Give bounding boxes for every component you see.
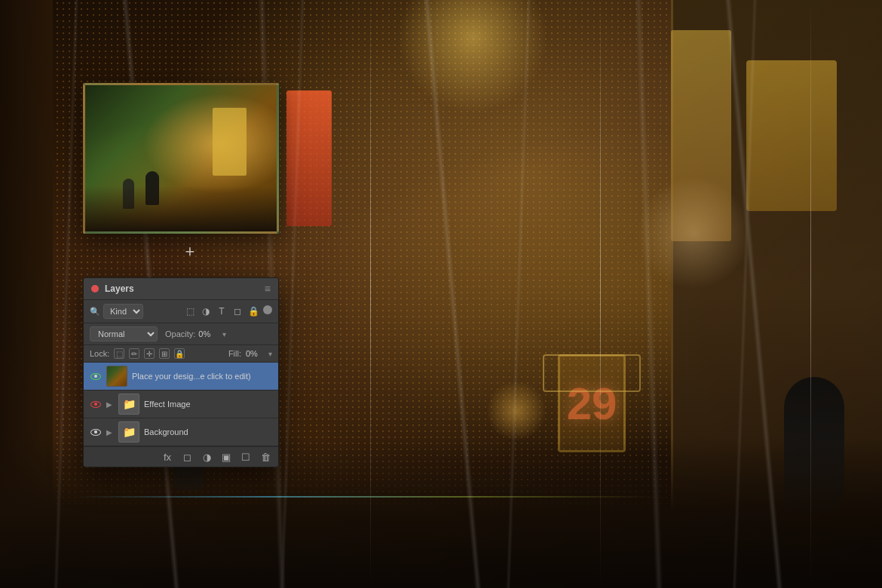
layer-name-2: Effect Image — [144, 400, 272, 409]
panel-close-button[interactable] — [91, 285, 99, 292]
layer-row[interactable]: Place your desig...e click to edit) — [84, 363, 278, 390]
lock-all-btn[interactable]: 🔒 — [174, 348, 185, 359]
layer-thumb-1 — [106, 366, 127, 387]
blend-mode-select[interactable]: Normal — [90, 326, 158, 341]
layer-row[interactable]: ▶ 📁 Background — [84, 418, 278, 446]
thumb-street — [85, 186, 277, 231]
delete-layer-button[interactable]: 🗑 — [259, 450, 272, 464]
layer-name-3: Background — [144, 427, 272, 436]
preview-thumbnail — [83, 83, 279, 234]
filter-kind-select[interactable]: Kind — [103, 304, 143, 319]
layer-expand-3[interactable]: ▶ — [106, 428, 114, 436]
layer-expand-2[interactable]: ▶ — [106, 400, 114, 409]
lock-row: Lock: ⬚ ✏ ✛ ⊞ 🔒 Fill: 0% ▾ — [84, 345, 278, 363]
filter-icons: ⬚ ◑ T ◻ 🔒 — [184, 305, 272, 317]
add-style-button[interactable]: fx — [161, 450, 174, 464]
fill-label: Fill: — [228, 349, 241, 358]
filter-pixel-icon[interactable]: ⬚ — [184, 305, 196, 317]
layer-visibility-3[interactable] — [90, 426, 102, 438]
layer-name-1: Place your desig...e click to edit) — [132, 372, 272, 381]
filter-toggle[interactable] — [263, 305, 272, 314]
thumb-sign-yellow — [213, 108, 247, 176]
layer-visibility-1[interactable] — [90, 370, 102, 382]
lock-position-btn[interactable]: ✛ — [144, 348, 155, 359]
panel-titlebar: Layers ≡ — [84, 278, 278, 300]
opacity-arrow: ▾ — [222, 330, 226, 338]
layers-list: Place your desig...e click to edit) ▶ 📁 … — [84, 363, 278, 446]
eye-icon-3 — [90, 429, 101, 436]
add-icon: + — [181, 243, 199, 261]
filter-shape-icon[interactable]: ◻ — [231, 305, 243, 317]
filter-adjust-icon[interactable]: ◑ — [200, 305, 212, 317]
add-layer-button[interactable]: ☐ — [239, 450, 253, 464]
add-group-button[interactable]: ▣ — [219, 450, 233, 464]
filter-row: 🔍 Kind ⬚ ◑ T ◻ 🔒 — [84, 300, 278, 323]
layers-panel: Layers ≡ 🔍 Kind ⬚ ◑ T ◻ 🔒 Normal Opacity… — [83, 277, 279, 467]
filter-smart-icon[interactable]: 🔒 — [247, 305, 259, 317]
blend-opacity-row: Normal Opacity: 0% ▾ — [84, 323, 278, 345]
lock-artboard-btn[interactable]: ⊞ — [159, 348, 170, 359]
opacity-value[interactable]: 0% — [198, 329, 219, 338]
layer-thumb-group-2: 📁 — [118, 394, 139, 415]
panel-title: Layers — [105, 283, 265, 294]
panel-footer: fx ◻ ◑ ▣ ☐ 🗑 — [84, 446, 278, 467]
search-icon: 🔍 — [90, 307, 100, 317]
eye-icon-1 — [90, 373, 101, 380]
layer-thumb-group-3: 📁 — [118, 421, 139, 443]
lock-paint-btn[interactable]: ✏ — [129, 348, 139, 359]
fill-arrow: ▾ — [268, 350, 272, 358]
fill-value[interactable]: 0% — [246, 349, 264, 358]
layer-visibility-2[interactable] — [90, 398, 102, 410]
add-adjustment-button[interactable]: ◑ — [200, 450, 213, 464]
add-mask-button[interactable]: ◻ — [180, 450, 194, 464]
opacity-label: Opacity: — [165, 329, 195, 338]
layer-thumb-img-1 — [107, 366, 127, 386]
preview-thumbnail-inner — [85, 85, 277, 231]
layer-row[interactable]: ▶ 📁 Effect Image — [84, 390, 278, 418]
lock-label: Lock: — [90, 349, 109, 358]
lock-transparency-btn[interactable]: ⬚ — [114, 348, 124, 359]
panel-menu-icon[interactable]: ≡ — [265, 283, 271, 295]
eye-icon-2 — [90, 401, 101, 408]
filter-text-icon[interactable]: T — [216, 305, 228, 317]
